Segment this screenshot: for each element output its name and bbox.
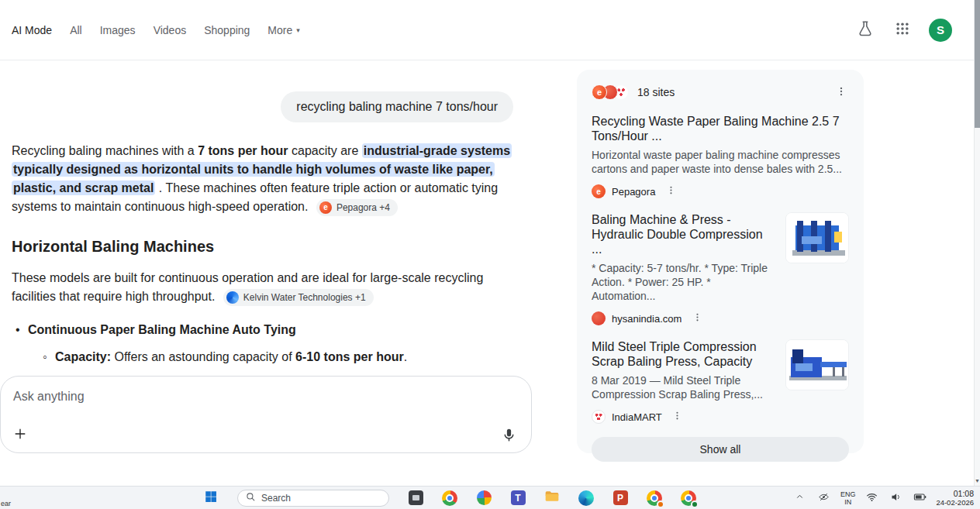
add-button[interactable] (10, 425, 30, 445)
chrome-icon[interactable] (442, 490, 457, 506)
tab-images[interactable]: Images (100, 24, 136, 36)
colorful-app-icon[interactable] (476, 490, 492, 506)
battery-icon (913, 490, 927, 506)
speaker-icon (890, 491, 902, 505)
result-thumbnail[interactable] (785, 339, 849, 390)
site-favicon-stack: e (592, 84, 629, 100)
tab-more[interactable]: More ▾ (267, 24, 299, 36)
scrollbar-down-arrow[interactable]: ▼ (975, 478, 980, 483)
dark-app-icon[interactable] (408, 490, 423, 506)
windows-taskbar: ear Search T P (0, 486, 980, 509)
hysanindia-favicon (592, 311, 606, 325)
tab-videos[interactable]: Videos (154, 24, 187, 36)
result-description: * Capacity: 5-7 tons/hr. * Type: Triple … (592, 261, 776, 303)
ask-input[interactable] (0, 376, 532, 453)
taskbar-clock[interactable]: 01:08 24-02-2026 (936, 490, 974, 506)
ask-textarea[interactable] (1, 377, 489, 421)
tray-date: 24-02-2026 (936, 498, 974, 507)
privacy-toggle-button[interactable] (816, 490, 832, 506)
show-all-button[interactable]: Show all (592, 437, 849, 462)
page-scrollbar[interactable]: ▼ (974, 0, 980, 486)
kelvin-favicon (226, 291, 239, 304)
taskbar-apps: Search T P (203, 487, 696, 509)
eye-slash-icon (818, 491, 830, 505)
answer-text: capacity are (288, 144, 362, 157)
edge-icon[interactable] (578, 490, 594, 506)
microphone-icon (501, 434, 517, 445)
partial-text: ear (1, 500, 11, 507)
three-dot-menu-icon (692, 311, 702, 325)
start-button[interactable] (203, 490, 219, 506)
answer-text: Recycling baling machines with a (12, 144, 198, 157)
capacity-label: Capacity: (55, 350, 111, 363)
tab-all[interactable]: All (70, 24, 82, 36)
account-avatar[interactable]: S (929, 19, 952, 42)
result-title-link[interactable]: Recycling Waste Paper Baling Machine 2.5… (592, 114, 849, 143)
apps-grid-button[interactable] (892, 19, 913, 41)
chrome-logo-icon (442, 490, 457, 506)
three-dot-menu-icon (666, 184, 676, 198)
tab-shopping[interactable]: Shopping (204, 24, 250, 36)
labs-button[interactable] (854, 19, 876, 41)
chrome-profile-1-icon[interactable] (647, 490, 662, 506)
bullet-title: Continuous Paper Baling Machine Auto Tyi… (28, 323, 296, 336)
teams-logo-icon: T (511, 490, 526, 505)
source-name: IndiaMART (612, 411, 662, 423)
microphone-button[interactable] (499, 426, 519, 446)
volume-button[interactable] (888, 490, 903, 506)
result-description: Horizontal waste paper baling machine co… (592, 148, 849, 176)
pepagora-favicon: e (592, 84, 607, 100)
user-query-bubble[interactable]: recycling baling machine 7 tons/hour (281, 91, 513, 122)
sub-bullet-item: Capacity: Offers an astounding capacity … (12, 349, 520, 365)
result-thumbnail[interactable] (785, 212, 849, 263)
source-result: Recycling Waste Paper Baling Machine 2.5… (592, 114, 849, 199)
indiamart-favicon (592, 410, 606, 424)
file-explorer-icon[interactable] (544, 490, 560, 506)
result-menu-button[interactable] (663, 184, 678, 199)
taskbar-search[interactable]: Search (237, 490, 389, 507)
scrollbar-thumb[interactable] (975, 0, 980, 128)
capacity-text: . (404, 350, 407, 363)
answer-bold-text: 7 tons per hour (198, 144, 288, 157)
answer-bullet-list: Continuous Paper Baling Machine Auto Tyi… (12, 322, 520, 365)
teams-icon[interactable]: T (510, 490, 526, 506)
language-label: ENG IN (840, 490, 856, 506)
tray-expand-button[interactable] (792, 490, 808, 506)
clock-label: 01:08 24-02-2026 (936, 489, 974, 507)
language-switcher[interactable]: ENG IN (840, 490, 856, 506)
ai-mode-content: recycling baling machine 7 tons/hour Rec… (0, 60, 532, 453)
result-menu-button[interactable] (689, 311, 705, 326)
chevron-down-icon: ▾ (296, 26, 300, 34)
powerpoint-icon[interactable]: P (612, 490, 628, 506)
citation-chip-pepagora[interactable]: e Pepagora +4 (316, 199, 398, 216)
tray-time: 01:08 (936, 489, 974, 498)
favicon-letter: e (597, 88, 602, 97)
result-description: 8 Mar 2019 — Mild Steel Triple Compressi… (592, 373, 776, 401)
tab-ai-mode[interactable]: AI Mode (12, 24, 52, 36)
app-window-icon (409, 490, 423, 505)
source-name: Pepagora (612, 186, 655, 198)
bullet-item: Continuous Paper Baling Machine Auto Tyi… (12, 322, 520, 338)
search-header: AI Mode All Images Videos Shopping More … (0, 0, 980, 60)
search-tabs: AI Mode All Images Videos Shopping More … (0, 24, 300, 36)
panel-menu-button[interactable] (833, 84, 849, 100)
result-source-row[interactable]: hysanindia.com (592, 311, 776, 326)
result-text: Mild Steel Triple Compression Scrap Bali… (592, 339, 776, 425)
edge-logo-icon (578, 490, 594, 506)
result-menu-button[interactable] (670, 409, 685, 425)
battery-button[interactable] (912, 490, 927, 506)
favicon-letter: e (323, 201, 328, 214)
citation-chip-kelvin[interactable]: Kelvin Water Technologies +1 (223, 289, 374, 306)
chrome-profile-2-icon[interactable] (681, 490, 696, 506)
section-paragraph: These models are built for continuous op… (12, 269, 520, 306)
result-title-link[interactable]: Baling Machine & Press - Hydraulic Doubl… (592, 212, 776, 256)
folder-icon (544, 489, 560, 507)
result-source-row[interactable]: e Pepagora (592, 184, 849, 199)
result-source-row[interactable]: IndiaMART (592, 409, 776, 425)
result-title-link[interactable]: Mild Steel Triple Compression Scrap Bali… (592, 339, 776, 369)
sources-panel: e 18 sites Recycling Waste Paper Baling … (577, 70, 864, 453)
scrap-press-image (786, 340, 849, 390)
flask-icon (857, 20, 874, 40)
search-icon (246, 492, 256, 504)
wifi-button[interactable] (864, 490, 879, 506)
